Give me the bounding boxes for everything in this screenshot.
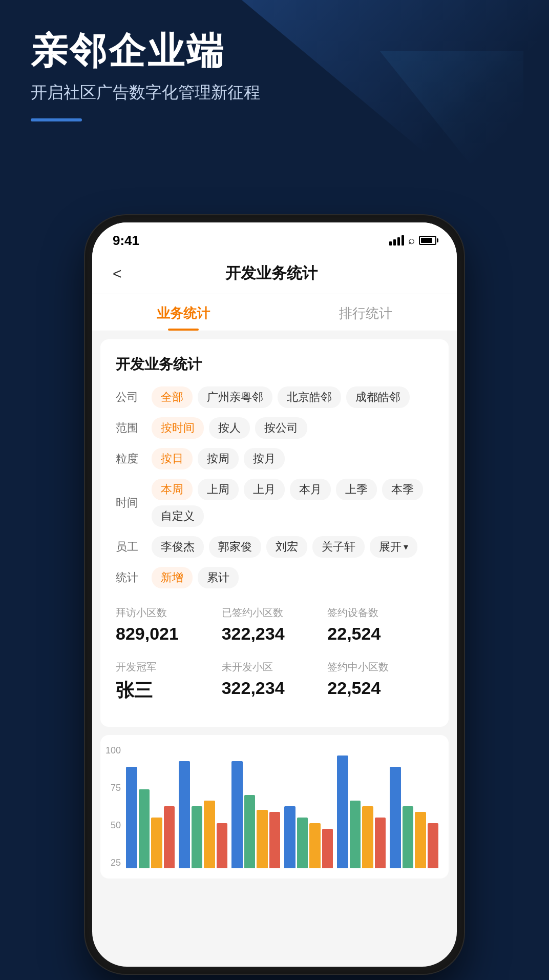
stat-champion: 开发冠军 张三 (116, 652, 222, 711)
bar-orange-3 (309, 823, 321, 868)
stats-grid: 拜访小区数 829,021 已签约小区数 322,234 签约设备数 22,52… (116, 598, 433, 711)
status-bar: 9:41 ⌕ (92, 222, 457, 253)
bar-green-5 (403, 806, 414, 868)
tag-chengdu[interactable]: 成都皓邻 (346, 386, 410, 408)
tag-by-day[interactable]: 按日 (152, 448, 193, 469)
time-label: 时间 (116, 495, 146, 511)
tag-guojiajun[interactable]: 郭家俊 (209, 536, 261, 558)
stat-value-undeveloped: 322,234 (222, 678, 328, 698)
time-filter-row: 时间 本周 上周 上月 本月 上季 本季 自定义 (116, 479, 433, 527)
signal-icon (389, 235, 404, 246)
stat-value-in-progress: 22,524 (327, 678, 433, 698)
chevron-down-icon: ▾ (404, 541, 408, 553)
stat-signed-devices: 签约设备数 22,524 (327, 598, 433, 652)
chart-y-labels: 100 75 50 25 (105, 745, 121, 868)
sub-title: 开启社区广告数字化管理新征程 (31, 81, 260, 104)
bar-red-1 (217, 823, 228, 868)
back-button[interactable]: < (108, 260, 127, 288)
bar-group-3 (284, 806, 333, 868)
bar-blue-0 (126, 767, 137, 868)
tag-last-week[interactable]: 上周 (198, 479, 239, 500)
status-time: 9:41 (113, 233, 139, 249)
tag-guanzixuan[interactable]: 关子轩 (312, 536, 365, 558)
tag-all[interactable]: 全部 (152, 386, 193, 408)
y-label-50: 50 (111, 820, 121, 831)
range-filter-row: 范围 按时间 按人 按公司 (116, 417, 433, 439)
bar-group-2 (231, 761, 280, 868)
tag-lijunjie[interactable]: 李俊杰 (152, 536, 204, 558)
bar-group-1 (179, 761, 227, 868)
tag-by-week[interactable]: 按周 (198, 448, 239, 469)
bar-red-5 (428, 823, 439, 868)
tag-by-company[interactable]: 按公司 (255, 417, 307, 439)
tag-last-quarter[interactable]: 上季 (336, 479, 377, 500)
tag-by-person[interactable]: 按人 (209, 417, 250, 439)
tag-expand[interactable]: 展开 ▾ (370, 536, 417, 558)
stat-label-champion: 开发冠军 (116, 660, 222, 674)
battery-icon (419, 236, 436, 245)
employee-label: 员工 (116, 539, 146, 555)
y-label-75: 75 (111, 783, 121, 793)
stat-value-signed: 322,234 (222, 624, 328, 644)
bar-chart: 100 75 50 25 (100, 735, 449, 879)
tag-this-quarter[interactable]: 本季 (382, 479, 423, 500)
main-title: 亲邻企业端 (31, 31, 260, 71)
content-area: 开发业务统计 公司 全部 广州亲粤邻 北京皓邻 成都皓邻 (92, 331, 457, 967)
bar-orange-4 (362, 806, 373, 868)
tag-custom[interactable]: 自定义 (152, 505, 204, 527)
bar-group-4 (337, 756, 386, 868)
bar-green-0 (139, 789, 150, 868)
bar-orange-0 (151, 818, 162, 868)
stat-visit-communities: 拜访小区数 829,021 (116, 598, 222, 652)
phone-outer-frame: 9:41 ⌕ (85, 215, 464, 974)
tab-business-stats[interactable]: 业务统计 (92, 294, 274, 331)
stats-type-tags: 新增 累计 (152, 567, 433, 588)
tabs-bar: 业务统计 排行统计 (92, 294, 457, 331)
stat-undeveloped: 未开发小区 322,234 (222, 652, 328, 711)
bar-orange-2 (257, 810, 268, 868)
stat-in-progress: 签约中小区数 22,524 (327, 652, 433, 711)
bar-blue-1 (179, 761, 190, 868)
tag-cumulative[interactable]: 累计 (198, 567, 239, 588)
tag-last-month[interactable]: 上月 (244, 479, 285, 500)
granularity-tags: 按日 按周 按月 (152, 448, 433, 469)
bar-green-4 (350, 801, 361, 868)
status-icons: ⌕ (389, 234, 436, 247)
stat-label-signed: 已签约小区数 (222, 606, 328, 620)
stat-value-visit: 829,021 (116, 624, 222, 644)
tag-guangzhou[interactable]: 广州亲粤邻 (198, 386, 272, 408)
stats-type-filter-row: 统计 新增 累计 (116, 567, 433, 588)
bar-orange-1 (204, 801, 215, 868)
stat-value-champion: 张三 (116, 678, 222, 703)
stat-signed-communities: 已签约小区数 322,234 (222, 598, 328, 652)
bar-green-1 (192, 806, 203, 868)
tag-liuhong[interactable]: 刘宏 (266, 536, 307, 558)
granularity-label: 粒度 (116, 451, 146, 466)
bar-group-0 (126, 767, 175, 868)
blue-bar-decoration (31, 118, 82, 121)
tag-this-week[interactable]: 本周 (152, 479, 193, 500)
bar-red-2 (269, 812, 281, 868)
tab-ranking-stats[interactable]: 排行统计 (274, 294, 457, 331)
y-label-25: 25 (111, 858, 121, 868)
stats-label: 统计 (116, 570, 146, 585)
stats-card-title: 开发业务统计 (116, 355, 433, 374)
bar-blue-2 (231, 761, 243, 868)
tag-by-time[interactable]: 按时间 (152, 417, 204, 439)
stat-value-devices: 22,524 (327, 624, 433, 644)
y-label-100: 100 (105, 745, 121, 756)
bar-blue-3 (284, 806, 295, 868)
chart-bars (126, 745, 438, 868)
stat-label-devices: 签约设备数 (327, 606, 433, 620)
header-section: 亲邻企业端 开启社区广告数字化管理新征程 (31, 31, 260, 121)
tag-beijing[interactable]: 北京皓邻 (278, 386, 341, 408)
stats-card: 开发业务统计 公司 全部 广州亲粤邻 北京皓邻 成都皓邻 (100, 339, 449, 727)
stat-label-undeveloped: 未开发小区 (222, 660, 328, 674)
wifi-icon: ⌕ (408, 234, 415, 247)
tag-this-month[interactable]: 本月 (290, 479, 331, 500)
tag-new[interactable]: 新增 (152, 567, 193, 588)
phone-screen: 9:41 ⌕ (92, 222, 457, 967)
bar-green-2 (244, 795, 256, 868)
tag-by-month[interactable]: 按月 (244, 448, 285, 469)
bar-green-3 (297, 818, 308, 868)
